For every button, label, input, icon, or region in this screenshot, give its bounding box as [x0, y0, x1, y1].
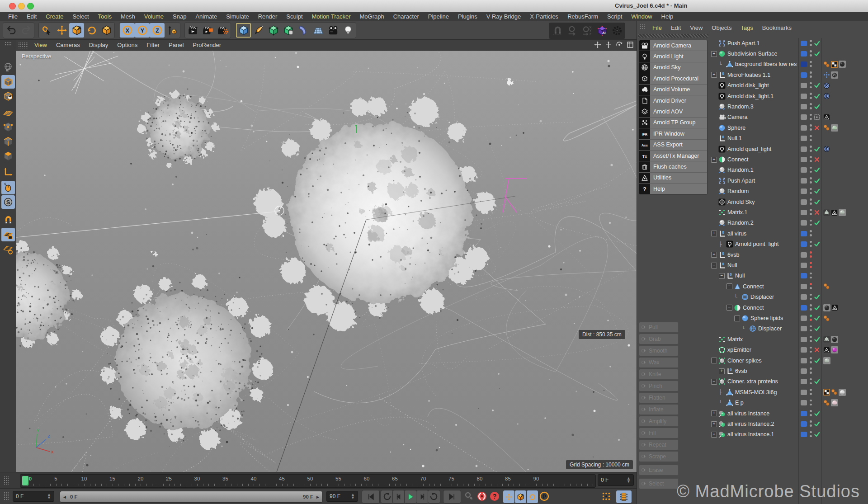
enable-toggle-icon[interactable] [814, 325, 820, 332]
lock-z-button[interactable]: Z [150, 23, 165, 38]
scale-button[interactable] [69, 23, 84, 38]
visibility-dot-editor[interactable] [810, 367, 812, 370]
object-name[interactable]: Cloner. xtra proteins [727, 378, 778, 385]
visibility-dot-editor[interactable] [810, 198, 812, 201]
object-name[interactable]: Matrix [727, 336, 743, 343]
viewport-menu-cameras[interactable]: Cameras [52, 42, 85, 48]
tex-green-texture-tag[interactable] [831, 124, 838, 132]
object-name[interactable]: Null [735, 273, 745, 279]
odots-tag[interactable] [823, 283, 830, 290]
layer-color-chip[interactable] [801, 241, 807, 247]
layer-color-chip[interactable] [801, 136, 807, 141]
layer-color-chip[interactable] [801, 72, 807, 78]
object-row[interactable]: └E p [709, 398, 868, 408]
arnold-menu-ipr-window[interactable]: IPRIPR Window [639, 128, 707, 139]
tex-gray-texture-tag[interactable] [823, 357, 830, 364]
visibility-dot-render[interactable] [810, 118, 812, 120]
layer-color-chip[interactable] [801, 294, 807, 300]
layer-color-chip[interactable] [801, 188, 807, 194]
tex-dark-texture-tag[interactable] [823, 304, 830, 311]
expand-toggle-icon[interactable]: + [711, 410, 717, 416]
sculpt-flatten-button[interactable]: Flatten [639, 392, 679, 403]
sculpt-knife-button[interactable]: Knife [639, 369, 679, 380]
expand-toggle-icon[interactable]: − [711, 358, 717, 363]
layer-color-chip[interactable] [801, 263, 807, 268]
om-menu-objects[interactable]: Objects [707, 24, 736, 31]
tex-gray-texture-tag[interactable] [839, 209, 846, 216]
palette-drag-handle[interactable] [5, 42, 12, 46]
visibility-dot-render[interactable] [810, 287, 812, 289]
autokeying-button[interactable] [476, 491, 487, 502]
menu-render[interactable]: Render [254, 13, 282, 20]
arnold-tag[interactable] [831, 304, 838, 311]
enable-toggle-icon[interactable] [814, 421, 820, 427]
last-tool-button[interactable] [99, 23, 114, 38]
object-name[interactable]: Sphere [727, 125, 745, 131]
arnold-menu-arnold-procedural[interactable]: Arnold Procedural [639, 73, 707, 84]
visibility-dot-render[interactable] [810, 277, 812, 279]
solo-mode-button[interactable]: S [1, 195, 15, 209]
menu-x-particles[interactable]: X-Particles [525, 13, 563, 20]
rings-tag[interactable] [823, 82, 830, 89]
enable-toggle-icon[interactable] [814, 410, 820, 417]
subdivision-surface-button[interactable] [266, 23, 281, 38]
object-row[interactable]: └bacground fibers low res [709, 59, 868, 70]
visibility-dot-render[interactable] [810, 171, 812, 173]
tex-dark-texture-tag[interactable] [831, 336, 838, 343]
enable-toggle-icon[interactable] [814, 104, 820, 110]
visibility-dot-editor[interactable] [810, 61, 812, 63]
sculpt-inflate-button[interactable]: Inflate [639, 404, 679, 415]
layer-color-chip[interactable] [801, 83, 807, 88]
menu-v-ray-bridge[interactable]: V-Ray Bridge [482, 13, 526, 20]
enable-toggle-icon[interactable] [814, 114, 820, 120]
enable-toggle-icon[interactable] [814, 241, 820, 247]
object-name[interactable]: Matrix.1 [727, 209, 747, 216]
tex-light-texture-tag[interactable] [839, 389, 846, 396]
tex-dark-texture-tag[interactable] [839, 61, 846, 68]
help-button[interactable]: ? [489, 491, 500, 502]
menu-plugins[interactable]: Plugins [453, 13, 482, 20]
layer-color-chip[interactable] [801, 400, 807, 405]
sculpt-select-button[interactable]: Select [639, 478, 679, 489]
enable-toggle-icon[interactable] [814, 294, 820, 300]
object-name[interactable]: Random.2 [727, 220, 754, 226]
visibility-dot-editor[interactable] [810, 357, 812, 359]
environment-button[interactable] [311, 23, 326, 38]
arnold-menu-arnold-tp-group[interactable]: Arnold TP Group [639, 118, 707, 128]
visibility-dot-render[interactable] [810, 340, 812, 342]
object-row[interactable]: Random.1 [709, 165, 868, 175]
object-name[interactable]: Camera [727, 114, 747, 120]
visibility-dot-editor[interactable] [810, 93, 812, 95]
menu-file[interactable]: File [4, 13, 22, 20]
object-name[interactable]: Random [727, 188, 749, 194]
visibility-dot-render[interactable] [810, 128, 812, 131]
object-row[interactable]: Random [709, 186, 868, 197]
visibility-dot-render[interactable] [810, 107, 812, 109]
enable-toggle-icon[interactable] [814, 378, 820, 385]
keyframe-selection-grid-icon[interactable] [601, 491, 611, 501]
object-row[interactable]: ├Arnold point_light [709, 239, 868, 250]
move-button[interactable] [54, 23, 69, 38]
visibility-dot-render[interactable] [810, 97, 812, 99]
primitive-cube-button[interactable] [236, 23, 251, 38]
object-name[interactable]: Push Apart.1 [727, 40, 760, 47]
light-button[interactable] [340, 23, 355, 38]
visibility-dot-editor[interactable] [810, 325, 812, 328]
menu-tools[interactable]: Tools [94, 13, 116, 20]
enable-toggle-icon[interactable] [814, 156, 820, 163]
render-settings-button[interactable] [215, 23, 230, 38]
turtle-tag[interactable] [823, 336, 830, 343]
snap-enable-button[interactable] [1, 213, 15, 227]
object-name[interactable]: Arnold point_light [735, 241, 779, 247]
visibility-dot-editor[interactable] [810, 50, 812, 52]
polygons-mode-button[interactable] [1, 149, 15, 163]
turtle-tag[interactable] [823, 209, 830, 216]
odots-tag[interactable] [823, 124, 830, 131]
object-name[interactable]: 6vsb [735, 368, 747, 374]
object-row[interactable]: Arnold disk_light [709, 80, 868, 91]
current-frame-field[interactable]: 0 F▲▼ [598, 474, 634, 486]
object-name[interactable]: Random.1 [727, 167, 754, 173]
close-window-button[interactable] [9, 3, 16, 9]
arnold-menu-arnold-aov[interactable]: Arnold AOV [639, 106, 707, 117]
layer-color-chip[interactable] [801, 231, 807, 236]
